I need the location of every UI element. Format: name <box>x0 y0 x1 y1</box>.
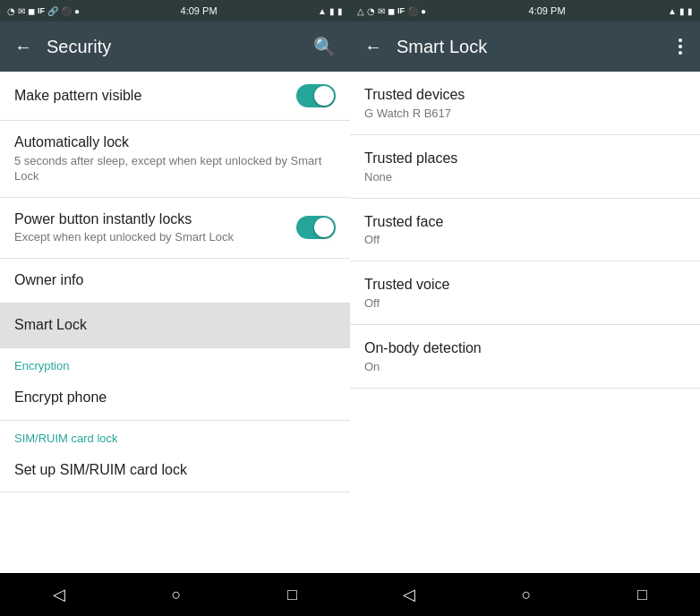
status-icons-right-left: △ ◔ ✉ ◼ IF ⚫ ● <box>357 6 426 16</box>
smart-lock-item[interactable]: Smart Lock <box>0 304 350 348</box>
power-button-lock-item[interactable]: Power button instantly locks Except when… <box>0 198 350 260</box>
on-body-detection-title: On-body detection <box>364 339 686 358</box>
photo-icon: ◼ <box>28 6 35 16</box>
search-button[interactable]: 🔍 <box>313 36 336 57</box>
trusted-devices-title: Trusted devices <box>364 86 686 105</box>
more-options-button[interactable] <box>675 35 686 58</box>
trusted-places-subtitle: None <box>364 170 686 184</box>
security-content: Make pattern visible Automatically lock … <box>0 72 350 573</box>
smart-lock-toolbar: ← Smart Lock <box>350 21 700 72</box>
security-toolbar: ← Security 🔍 <box>0 21 350 72</box>
warning-icon-r: △ <box>357 6 364 16</box>
make-pattern-visible-toggle[interactable] <box>296 84 336 107</box>
auto-lock-title: Automatically lock <box>14 133 336 152</box>
nav-recents-right[interactable]: □ <box>637 586 647 604</box>
signal-icon: ▮ <box>329 6 335 16</box>
battery-icon: ▮ <box>337 6 343 16</box>
trusted-face-subtitle: Off <box>364 233 686 246</box>
encryption-header: Encryption <box>0 348 350 376</box>
if-icon: IF <box>38 6 45 15</box>
sim-lock-item[interactable]: Set up SIM/RUIM card lock <box>0 449 350 493</box>
owner-info-item[interactable]: Owner info <box>0 259 350 304</box>
dot2 <box>679 45 682 48</box>
whatsapp-icon: ◔ <box>7 6 15 16</box>
if-icon-r: IF <box>397 6 405 15</box>
power-button-lock-title: Power button instantly locks <box>14 210 296 229</box>
owner-info-title: Owner info <box>14 271 336 290</box>
alarm-icon-r: ● <box>421 6 426 16</box>
nav-recents-left[interactable]: □ <box>287 586 297 604</box>
wifi-icon: ▲ <box>318 6 327 16</box>
nav-home-left[interactable]: ○ <box>172 586 182 604</box>
trusted-places-item[interactable]: Trusted places None <box>350 135 700 199</box>
status-time-right: 4:09 PM <box>529 5 566 16</box>
status-bar-right: △ ◔ ✉ ◼ IF ⚫ ● 4:09 PM ▲ ▮ ▮ <box>350 0 700 21</box>
trusted-devices-item[interactable]: Trusted devices G Watch R B617 <box>350 72 700 135</box>
nav-back-left[interactable]: ◁ <box>53 585 65 604</box>
status-time-left: 4:09 PM <box>181 5 218 16</box>
nav-bar-right: ◁ ○ □ <box>350 573 700 616</box>
whatsapp-icon-r: ◔ <box>367 6 375 16</box>
smart-lock-title: Smart Lock <box>14 316 336 335</box>
toggle-thumb <box>314 86 334 106</box>
power-button-lock-subtitle: Except when kept unlocked by Smart Lock <box>14 230 296 245</box>
status-bar-left: ◔ ✉ ◼ IF 🔗 ⚫ ● 4:09 PM ▲ ▮ ▮ <box>0 0 350 21</box>
toggle-thumb-2 <box>314 218 334 237</box>
sim-header: SIM/RUIM card lock <box>0 421 350 449</box>
back-button[interactable]: ← <box>14 37 32 57</box>
trusted-voice-title: Trusted voice <box>364 276 686 295</box>
msg-icon-r: ✉ <box>378 6 385 16</box>
smart-lock-back-button[interactable]: ← <box>364 37 382 57</box>
on-body-detection-subtitle: On <box>364 360 686 373</box>
photo-icon-r: ◼ <box>388 6 395 16</box>
alarm-icon: ● <box>74 6 80 16</box>
trusted-devices-subtitle: G Watch R B617 <box>364 107 686 120</box>
encrypt-phone-title: Encrypt phone <box>14 389 336 407</box>
encrypt-phone-item[interactable]: Encrypt phone <box>0 376 350 421</box>
trusted-voice-item[interactable]: Trusted voice Off <box>350 261 700 325</box>
auto-lock-item[interactable]: Automatically lock 5 seconds after sleep… <box>0 121 350 198</box>
nav-home-right[interactable]: ○ <box>522 586 532 604</box>
signal-icon-r: ▮ <box>679 6 685 16</box>
trusted-places-title: Trusted places <box>364 150 686 168</box>
trusted-voice-subtitle: Off <box>364 296 686 310</box>
power-button-lock-toggle[interactable] <box>296 216 336 239</box>
bt-icon-r: ⚫ <box>407 6 418 16</box>
security-title: Security <box>47 37 299 57</box>
make-pattern-visible-title: Make pattern visible <box>14 87 296 106</box>
trusted-face-title: Trusted face <box>364 213 686 232</box>
smart-lock-title: Smart Lock <box>397 37 661 57</box>
make-pattern-visible-item[interactable]: Make pattern visible <box>0 72 350 121</box>
security-screen: ◔ ✉ ◼ IF 🔗 ⚫ ● 4:09 PM ▲ ▮ ▮ ← Security … <box>0 0 350 616</box>
bt-icon: ⚫ <box>61 6 72 16</box>
link-icon: 🔗 <box>47 6 58 16</box>
trusted-face-item[interactable]: Trusted face Off <box>350 199 700 262</box>
status-icons-left: ◔ ✉ ◼ IF 🔗 ⚫ ● <box>7 6 80 16</box>
dot1 <box>679 38 682 42</box>
battery-icon-r: ▮ <box>687 6 693 16</box>
wifi-icon-r: ▲ <box>668 6 677 16</box>
sim-lock-title: Set up SIM/RUIM card lock <box>14 461 336 480</box>
nav-back-right[interactable]: ◁ <box>403 585 415 604</box>
smart-lock-content: Trusted devices G Watch R B617 Trusted p… <box>350 72 700 573</box>
status-icons-right: ▲ ▮ ▮ <box>318 6 343 16</box>
dot3 <box>679 51 682 55</box>
status-icons-right-right: ▲ ▮ ▮ <box>668 6 693 16</box>
auto-lock-subtitle: 5 seconds after sleep, except when kept … <box>14 154 336 184</box>
msg-icon: ✉ <box>18 6 25 16</box>
smart-lock-screen: △ ◔ ✉ ◼ IF ⚫ ● 4:09 PM ▲ ▮ ▮ ← Smart Loc… <box>350 0 700 616</box>
nav-bar-left: ◁ ○ □ <box>0 573 350 616</box>
on-body-detection-item[interactable]: On-body detection On <box>350 325 700 389</box>
